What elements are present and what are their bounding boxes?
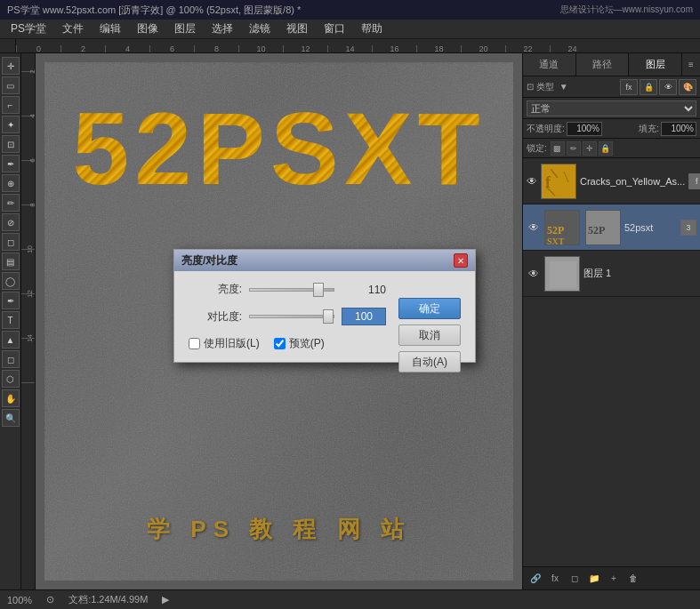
- opacity-label: 不透明度:: [527, 123, 565, 135]
- lock-transparent-button[interactable]: ▩: [551, 141, 565, 156]
- tool-text[interactable]: T: [2, 311, 20, 329]
- menu-item[interactable]: PS学堂: [4, 20, 53, 38]
- canvas-area[interactable]: 52PSXT 学 PS 教 程 网 站 亮度/对比度 ✕ 亮度: 110: [36, 53, 522, 589]
- contrast-label: 对比度:: [189, 309, 242, 325]
- legacy-label: 使用旧版(L): [204, 336, 260, 351]
- tool-brush[interactable]: ✏: [2, 194, 20, 212]
- ruler-unit: 4: [105, 45, 149, 52]
- tool-select[interactable]: ▭: [2, 76, 20, 94]
- layer-name-layer1: 图层 1: [583, 267, 696, 280]
- layer-info-layer1: 图层 1: [583, 267, 696, 280]
- contrast-value-input[interactable]: [342, 308, 386, 325]
- tool-eyedropper[interactable]: ✒: [2, 155, 20, 172]
- menu-file[interactable]: 文件: [55, 20, 91, 38]
- color-button[interactable]: 🎨: [679, 79, 696, 95]
- layer-thumb-layer1: [544, 256, 580, 292]
- panel-bottom: 🔗 fx ◻ 📁 + 🗑: [523, 566, 700, 589]
- ruler-top: 0 2 4 6 8 10 12 14 16 18 20 22 24: [0, 39, 700, 53]
- layer-name-cracks: Cracks_on_Yellow_As...: [580, 176, 685, 187]
- lock-all-button[interactable]: 🔒: [599, 141, 613, 156]
- lock-button[interactable]: 🔒: [640, 79, 657, 95]
- layer-item-cracks[interactable]: 👁 f Cracks_on_Yellow_As... f: [523, 158, 700, 204]
- auto-button[interactable]: 自动(A): [398, 351, 461, 373]
- dialog-close-button[interactable]: ✕: [454, 253, 468, 268]
- tool-pen[interactable]: ✒: [2, 292, 20, 309]
- blend-mode-select[interactable]: 正常 溶解 正片叠底 滤色: [527, 100, 696, 116]
- tool-zoom[interactable]: 🔍: [2, 409, 20, 427]
- lock-icons: ▩ ✏ ✛ 🔒: [551, 141, 613, 156]
- eye-button[interactable]: 👁: [659, 79, 677, 95]
- menu-filter[interactable]: 滤镜: [242, 20, 278, 38]
- contrast-slider[interactable]: [249, 315, 334, 318]
- right-panel: 通道 路径 图层 ≡ ⊡ 类型 ▼ fx 🔒 👁 🎨 正常 溶解 正片叠底 滤色: [522, 53, 700, 589]
- lock-label: 锁定:: [527, 142, 547, 155]
- new-group-button[interactable]: 📁: [585, 571, 603, 587]
- preview-checkbox[interactable]: [274, 338, 286, 349]
- ruler-unit: 12: [283, 45, 327, 52]
- tool-path-select[interactable]: ▲: [2, 331, 20, 349]
- layer-mode-row: 正常 溶解 正片叠底 滤色: [523, 98, 700, 119]
- panel-options-button[interactable]: ≡: [682, 53, 700, 76]
- layer-visibility-52psxt[interactable]: 👁: [527, 220, 541, 235]
- tool-hand[interactable]: ✋: [2, 389, 20, 407]
- tool-shape[interactable]: ◻: [2, 350, 20, 368]
- tool-magic-wand[interactable]: ✦: [2, 116, 20, 133]
- preview-checkbox-label[interactable]: 预览(P): [274, 336, 325, 351]
- cancel-button[interactable]: 取消: [398, 325, 461, 346]
- tool-heal[interactable]: ⊕: [2, 174, 20, 192]
- delete-layer-button[interactable]: 🗑: [624, 571, 642, 587]
- lock-position-button[interactable]: ✛: [583, 141, 597, 156]
- titlebar-right: 思绪设计论坛—www.nissyun.com: [560, 4, 693, 16]
- brightness-slider-container: [249, 288, 334, 292]
- tool-lasso[interactable]: ⌐: [2, 96, 20, 114]
- checkbox-row: 使用旧版(L) 预览(P): [189, 336, 386, 351]
- ruler-unit: 24: [550, 45, 594, 52]
- menu-image[interactable]: 图像: [130, 20, 165, 38]
- opacity-input[interactable]: [567, 122, 602, 136]
- ruler-unit: 8: [194, 45, 238, 52]
- new-layer-button[interactable]: +: [605, 571, 623, 587]
- brightness-slider[interactable]: [249, 288, 334, 292]
- add-mask-button[interactable]: ◻: [566, 571, 583, 587]
- tool-eraser[interactable]: ◻: [2, 233, 20, 251]
- legacy-checkbox[interactable]: [189, 338, 200, 349]
- add-style-button[interactable]: fx: [546, 571, 564, 587]
- brightness-value: 110: [342, 284, 386, 296]
- menu-edit[interactable]: 编辑: [93, 20, 128, 38]
- menu-window[interactable]: 窗口: [317, 20, 352, 38]
- fx-button[interactable]: fx: [620, 79, 638, 95]
- tab-paths[interactable]: 路径: [576, 53, 630, 76]
- legacy-checkbox-label[interactable]: 使用旧版(L): [189, 336, 260, 351]
- confirm-button[interactable]: 确定: [398, 298, 461, 319]
- tab-channels[interactable]: 通道: [523, 53, 576, 76]
- zoom-level: 100%: [7, 595, 32, 605]
- ruler-unit: 20: [461, 45, 505, 52]
- menu-view[interactable]: 视图: [279, 20, 315, 38]
- ruler-left: 2 4 6 8 10 12 14: [21, 53, 36, 589]
- fill-input[interactable]: [661, 122, 696, 136]
- layer-visibility-cracks[interactable]: 👁: [527, 174, 537, 188]
- menu-layer[interactable]: 图层: [167, 20, 203, 38]
- tool-dodge[interactable]: ◯: [2, 272, 20, 290]
- layer-item-52psxt[interactable]: 👁 52P SXT 52P 52psxt: [523, 204, 700, 251]
- tool-gradient[interactable]: ▤: [2, 252, 20, 270]
- tool-move[interactable]: ✛: [2, 57, 20, 75]
- lock-pixels-button[interactable]: ✏: [567, 141, 581, 156]
- tool-crop[interactable]: ⊡: [2, 135, 20, 153]
- ruler-unit: 18: [416, 45, 461, 52]
- ruler-unit: 0: [16, 45, 60, 52]
- link-layers-button[interactable]: 🔗: [527, 571, 544, 587]
- ruler-unit: 6: [149, 45, 194, 52]
- tab-layers[interactable]: 图层: [629, 53, 682, 76]
- left-toolbar: ✛ ▭ ⌐ ✦ ⊡ ✒ ⊕ ✏ ⊘ ◻ ▤ ◯ ✒ T ▲ ◻ ⬡ ✋ 🔍: [0, 53, 21, 589]
- menubar: PS学堂 文件 编辑 图像 图层 选择 滤镜 视图 窗口 帮助: [0, 20, 700, 39]
- tool-3d[interactable]: ⬡: [2, 370, 20, 388]
- dialog-buttons: 确定 取消 自动(A): [398, 298, 461, 373]
- brightness-contrast-dialog[interactable]: 亮度/对比度 ✕ 亮度: 110 对比度:: [173, 249, 476, 363]
- menu-select[interactable]: 选择: [205, 20, 240, 38]
- layer-visibility-layer1[interactable]: 👁: [527, 267, 541, 281]
- menu-help[interactable]: 帮助: [354, 20, 390, 38]
- layer-item-layer1[interactable]: 👁 图层 1: [523, 251, 700, 297]
- arrow-right: ▶: [162, 594, 169, 605]
- tool-clone[interactable]: ⊘: [2, 213, 20, 231]
